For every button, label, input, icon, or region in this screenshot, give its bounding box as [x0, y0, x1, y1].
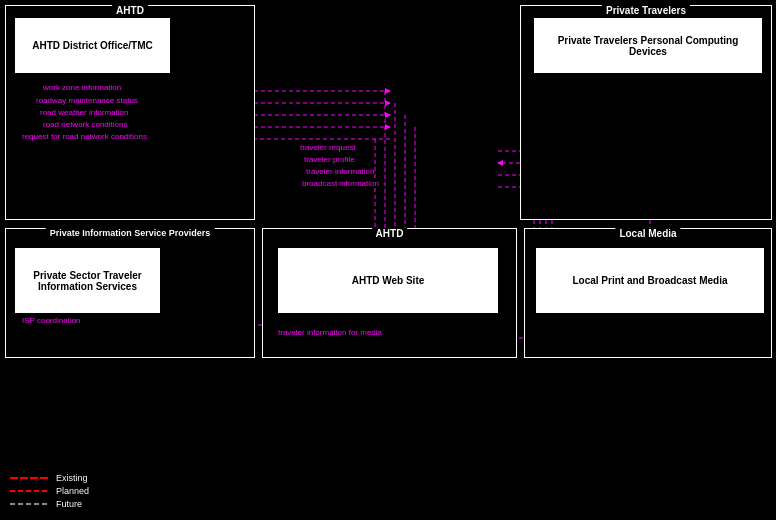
legend: Existing Planned Future [10, 473, 89, 512]
node-local-media[interactable]: Local Print and Broadcast Media [536, 248, 764, 313]
legend-existing-label: Existing [56, 473, 88, 483]
legend-future-line [10, 503, 50, 505]
node-ahtd-web[interactable]: AHTD Web Site [278, 248, 498, 313]
legend-planned: Planned [10, 486, 89, 496]
legend-future: Future [10, 499, 89, 509]
legend-existing-line [10, 477, 50, 479]
flow-label-traveler-profile: traveler profile [304, 155, 355, 164]
group-private-info-label: Private Information Service Providers [46, 228, 215, 238]
flow-label-roadway: roadway maintenance status [36, 96, 138, 105]
legend-future-label: Future [56, 499, 82, 509]
flow-label-traveler-request: traveler request [300, 143, 356, 152]
legend-existing: Existing [10, 473, 89, 483]
node-private-computing[interactable]: Private Travelers Personal Computing Dev… [534, 18, 762, 73]
flow-label-traveler-info: traveler information [306, 167, 374, 176]
node-private-sector[interactable]: Private Sector Traveler Information Serv… [15, 248, 160, 313]
diagram-container: AHTD Private Travelers Private Informati… [0, 0, 776, 520]
legend-planned-label: Planned [56, 486, 89, 496]
flow-label-traveler-media: traveler information for media [278, 328, 382, 337]
flow-label-weather: road weather information [40, 108, 129, 117]
flow-label-request-network: request for road network conditions [22, 132, 147, 141]
node-ahtd-district[interactable]: AHTD District Office/TMC [15, 18, 170, 73]
flow-label-isp: ISP coordination [22, 316, 81, 325]
flow-label-network: road network conditions [43, 120, 128, 129]
group-ahtd-bottom-label: AHTD [372, 228, 408, 239]
flow-label-broadcast: broadcast information [302, 179, 379, 188]
group-local-media-label: Local Media [615, 228, 680, 239]
group-ahtd-top-label: AHTD [112, 5, 148, 16]
legend-planned-line [10, 490, 50, 492]
flow-label-work-zone: work zone information [43, 83, 121, 92]
group-private-travelers-label: Private Travelers [602, 5, 690, 16]
